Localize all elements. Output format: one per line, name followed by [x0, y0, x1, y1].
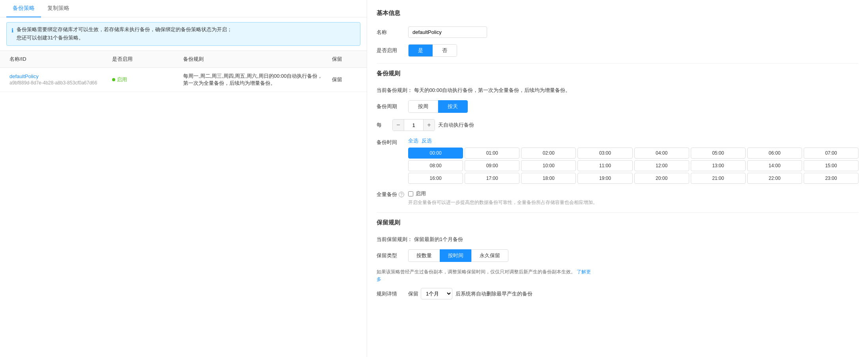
select-all-button[interactable]: 全选: [408, 137, 418, 144]
time-actions: 全选 反选: [408, 137, 859, 144]
full-backup-desc: 开启全量备份可以进一步提高您的数据备份可靠性，全量备份所占存储容量也会相应增加。: [408, 199, 598, 206]
time-content: 全选 反选 00:0001:0002:0003:0004:0005:0006:0…: [408, 137, 859, 184]
status-dot: [112, 78, 115, 81]
time-cell-1900[interactable]: 19:00: [577, 173, 632, 184]
period-label: 备份周期: [377, 103, 408, 110]
detail-label: 规则详情: [377, 290, 408, 297]
table-row[interactable]: defaultPolicy a9bf889d-8d7e-4b28-a8b3-85…: [0, 68, 367, 92]
time-cell-1600[interactable]: 16:00: [408, 173, 463, 184]
enable-label: 是否启用: [377, 47, 408, 54]
tab-bar: 备份策略 复制策略: [0, 0, 367, 17]
backup-rule-title: 备份规则: [377, 70, 859, 80]
full-backup-checkbox-area: 启用 开启全量备份可以进一步提高您的数据备份可靠性，全量备份所占存储容量也会相应…: [408, 190, 598, 206]
retain-suffix: 后系统将自动删除最早产生的备份: [456, 290, 532, 297]
full-backup-checkbox-label[interactable]: 启用: [408, 190, 598, 197]
info-bar: ℹ 备份策略需要绑定存储库才可以生效，若存储库未执行备份，确保绑定的备份策略状态…: [6, 22, 360, 46]
stepper-row: 每 − + 天自动执行备份: [377, 119, 859, 131]
period-week-button[interactable]: 按周: [408, 100, 438, 113]
full-backup-label: 全量备份 ?: [377, 190, 408, 198]
invert-select-button[interactable]: 反选: [422, 137, 432, 144]
time-cell-0700[interactable]: 07:00: [804, 148, 859, 159]
enable-toggle: 是 否: [408, 44, 457, 57]
time-cell-2300[interactable]: 23:00: [804, 173, 859, 184]
period-row: 备份周期 按周 按天: [377, 100, 859, 113]
time-row: 备份时间 全选 反选 00:0001:0002:0003:0004:0005:0…: [377, 137, 859, 184]
stepper-input[interactable]: [404, 120, 424, 131]
time-cell-0900[interactable]: 09:00: [465, 160, 519, 171]
full-backup-checkbox[interactable]: [408, 191, 413, 196]
time-cell-1000[interactable]: 10:00: [521, 160, 576, 171]
current-retention-rule: 当前保留规则： 保留最新的1个月备份: [377, 236, 859, 243]
time-cell-1300[interactable]: 13:00: [691, 160, 746, 171]
stepper-plus-button[interactable]: +: [424, 120, 435, 131]
cell-name: defaultPolicy a9bf889d-8d7e-4b28-a8b3-85…: [6, 69, 109, 90]
time-cell-0600[interactable]: 06:00: [747, 148, 802, 159]
warning-text: 如果该策略曾经产生过备份副本，调整策略保留时间，仅仅只对调整后新产生的备份副本生…: [377, 268, 594, 283]
col-name: 名称/ID: [6, 51, 109, 67]
retention-count-button[interactable]: 按数量: [408, 249, 440, 262]
right-panel: 基本信息 名称 是否启用 是 否 备份规则 当前备份规则： 每天的00:00自动…: [367, 0, 868, 357]
current-backup-rule: 当前备份规则： 每天的00:00自动执行备份，第一次为全量备份，后续均为增量备份…: [377, 87, 859, 94]
left-panel: 备份策略 复制策略 ℹ 备份策略需要绑定存储库才可以生效，若存储库未执行备份，确…: [0, 0, 367, 357]
time-cell-2000[interactable]: 20:00: [634, 173, 689, 184]
col-retention: 保留: [329, 51, 360, 67]
tab-copy[interactable]: 复制策略: [41, 0, 76, 17]
time-cell-0800[interactable]: 08:00: [408, 160, 463, 171]
name-label: 名称: [377, 29, 408, 36]
retention-section: 保留规则 当前保留规则： 保留最新的1个月备份 保留类型 按数量 按时间 永久保…: [377, 219, 859, 299]
time-cell-2100[interactable]: 21:00: [691, 173, 746, 184]
time-cell-0200[interactable]: 02:00: [521, 148, 576, 159]
retention-title: 保留规则: [377, 219, 859, 230]
detail-row: 规则详情 保留 1个月 2个月 3个月 6个月 1年 后系统将自动删除最早产生的…: [377, 288, 859, 299]
basic-info-title: 基本信息: [377, 9, 859, 20]
stepper-minus-button[interactable]: −: [393, 120, 404, 131]
full-backup-row: 全量备份 ? 启用 开启全量备份可以进一步提高您的数据备份可靠性，全量备份所占存…: [377, 190, 859, 206]
stepper-label: 每: [377, 121, 392, 129]
period-day-button[interactable]: 按天: [438, 100, 468, 113]
cell-rule: 每周一,周二,周三,周四,周五,周六,周日的00:00自动执行备份，第一次为全量…: [180, 68, 329, 92]
retain-select[interactable]: 1个月 2个月 3个月 6个月 1年: [421, 288, 452, 299]
time-cell-1700[interactable]: 17:00: [465, 173, 519, 184]
cell-status: 启用: [109, 71, 180, 88]
enable-row: 是否启用 是 否: [377, 44, 859, 57]
time-cell-1200[interactable]: 12:00: [634, 160, 689, 171]
enable-no-button[interactable]: 否: [433, 45, 457, 56]
tab-backup[interactable]: 备份策略: [6, 0, 41, 17]
enable-yes-button[interactable]: 是: [409, 45, 433, 56]
retention-time-button[interactable]: 按时间: [440, 249, 471, 262]
time-cell-0500[interactable]: 05:00: [691, 148, 746, 159]
time-cell-0300[interactable]: 03:00: [577, 148, 632, 159]
time-cell-1400[interactable]: 14:00: [747, 160, 802, 171]
time-cell-1100[interactable]: 11:00: [577, 160, 632, 171]
full-backup-help-icon[interactable]: ?: [399, 192, 404, 197]
time-cell-1800[interactable]: 18:00: [521, 173, 576, 184]
col-rule: 备份规则: [180, 51, 329, 67]
retain-label: 保留: [408, 290, 418, 297]
time-cell-2200[interactable]: 22:00: [747, 173, 802, 184]
table-header: 名称/ID 是否启用 备份规则 保留: [0, 50, 367, 68]
col-enable: 是否启用: [109, 51, 180, 67]
time-cell-0400[interactable]: 04:00: [634, 148, 689, 159]
retention-permanent-button[interactable]: 永久保留: [471, 249, 508, 262]
retention-type-row: 保留类型 按数量 按时间 永久保留: [377, 249, 859, 262]
time-label: 备份时间: [377, 137, 408, 146]
time-grid: 00:0001:0002:0003:0004:0005:0006:0007:00…: [408, 148, 859, 184]
name-row: 名称: [377, 26, 859, 38]
name-input[interactable]: [408, 26, 487, 38]
info-text: 备份策略需要绑定存储库才可以生效，若存储库未执行备份，确保绑定的备份策略状态为开…: [17, 26, 232, 42]
stepper-suffix: 天自动执行备份: [438, 121, 474, 129]
stepper: − +: [392, 119, 435, 131]
time-cell-1500[interactable]: 15:00: [804, 160, 859, 171]
retention-type-toggle: 按数量 按时间 永久保留: [408, 249, 508, 262]
period-toggle: 按周 按天: [408, 100, 468, 113]
time-cell-0000[interactable]: 00:00: [408, 148, 463, 159]
time-cell-0100[interactable]: 01:00: [465, 148, 519, 159]
cell-retention: 保留: [329, 71, 360, 88]
retention-type-label: 保留类型: [377, 252, 408, 259]
status-badge: 启用: [112, 76, 127, 83]
info-icon: ℹ: [11, 26, 13, 35]
